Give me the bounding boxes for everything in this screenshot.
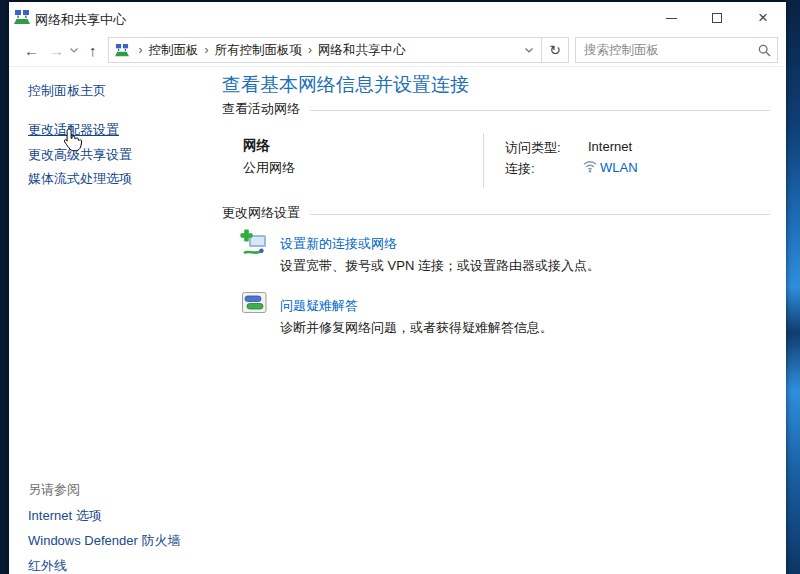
access-type-label: 访问类型: xyxy=(505,139,561,157)
sidebar-item-control-panel-home[interactable]: 控制面板主页 xyxy=(28,82,106,100)
sidebar-item-media-streaming-options[interactable]: 媒体流式处理选项 xyxy=(28,170,132,188)
see-also-header: 另请参阅 xyxy=(28,481,80,499)
forward-button[interactable]: → xyxy=(44,43,69,58)
sidebar-item-infrared[interactable]: 红外线 xyxy=(28,557,67,574)
address-dropdown[interactable] xyxy=(521,48,537,53)
chevron-down-icon xyxy=(525,48,533,53)
page-title: 查看基本网络信息并设置连接 xyxy=(222,72,469,98)
connection-label: 连接: xyxy=(505,160,535,178)
network-sharing-center-window: 网络和共享中心 × ← → ↑ xyxy=(9,2,786,574)
maximize-button[interactable] xyxy=(694,2,740,34)
breadcrumb-separator: › xyxy=(199,43,215,57)
sidebar-item-internet-options[interactable]: Internet 选项 xyxy=(28,507,102,525)
breadcrumb-separator: › xyxy=(302,43,318,57)
search-icon[interactable] xyxy=(758,44,771,57)
sidebar-item-windows-defender-firewall[interactable]: Windows Defender 防火墙 xyxy=(28,532,180,550)
minimize-button[interactable] xyxy=(648,2,694,34)
new-connection-icon xyxy=(240,229,268,262)
up-button[interactable]: ↑ xyxy=(82,43,104,58)
breadcrumb-separator: › xyxy=(133,43,149,57)
access-type-value: Internet xyxy=(588,139,632,154)
back-button[interactable]: ← xyxy=(19,43,44,58)
refresh-button[interactable]: ↻ xyxy=(542,37,569,63)
wifi-icon xyxy=(583,160,597,176)
setup-new-connection-link[interactable]: 设置新的连接或网络 xyxy=(280,235,397,253)
close-button[interactable]: × xyxy=(740,2,786,34)
breadcrumb-control-panel[interactable]: 控制面板 xyxy=(149,42,199,59)
navigation-toolbar: ← → ↑ › 控制面板 › 所有控制面板项 › 网络和共享 xyxy=(9,34,786,67)
window-title: 网络和共享中心 xyxy=(35,11,126,29)
network-icon xyxy=(115,44,129,57)
divider xyxy=(483,133,484,188)
address-bar[interactable]: › 控制面板 › 所有控制面板项 › 网络和共享中心 xyxy=(108,37,543,63)
minimize-icon xyxy=(666,18,677,19)
breadcrumb-network-sharing-center[interactable]: 网络和共享中心 xyxy=(318,42,406,59)
divider xyxy=(310,110,770,111)
network-icon xyxy=(14,10,30,28)
title-bar[interactable]: 网络和共享中心 × xyxy=(9,2,786,34)
troubleshoot-problems-link[interactable]: 问题疑难解答 xyxy=(280,297,358,315)
setup-new-connection-desc: 设置宽带、拨号或 VPN 连接；或设置路由器或接入点。 xyxy=(280,257,600,275)
wlan-connection-link[interactable]: WLAN xyxy=(600,160,638,175)
troubleshoot-problems-desc: 诊断并修复网络问题，或者获得疑难解答信息。 xyxy=(280,319,553,337)
chevron-down-icon xyxy=(70,48,78,53)
recent-pages-dropdown[interactable] xyxy=(69,48,82,53)
search-input[interactable] xyxy=(584,43,758,57)
active-networks-section-header: 查看活动网络 xyxy=(222,100,770,118)
maximize-icon xyxy=(712,13,722,23)
troubleshoot-icon xyxy=(242,292,267,318)
divider xyxy=(310,214,770,215)
window-controls: × xyxy=(648,2,786,34)
active-networks-title: 查看活动网络 xyxy=(222,100,300,118)
network-name: 网络 xyxy=(243,137,270,155)
breadcrumb-all-items[interactable]: 所有控制面板项 xyxy=(215,42,303,59)
search-box[interactable] xyxy=(575,37,778,63)
desktop-wallpaper xyxy=(785,0,800,574)
network-type: 公用网络 xyxy=(243,159,295,177)
cursor-pointer xyxy=(62,128,83,156)
change-network-settings-section-header: 更改网络设置 xyxy=(222,204,770,222)
change-network-settings-title: 更改网络设置 xyxy=(222,204,300,222)
